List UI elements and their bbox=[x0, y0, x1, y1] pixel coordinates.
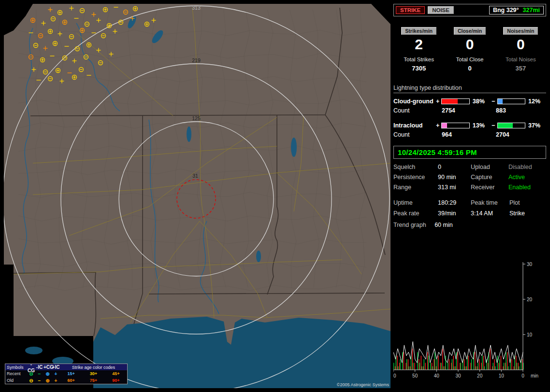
legend-age-values: 15+30+45+ bbox=[60, 371, 127, 376]
total-noises-value: 357 bbox=[495, 65, 546, 72]
x-tick-label: 50 bbox=[412, 373, 418, 378]
peak-time-value: 3:14 AM bbox=[471, 210, 509, 217]
map-legend: Symbols -CG -IC +CG +IC Strike age color… bbox=[5, 364, 128, 384]
trend-series bbox=[393, 342, 523, 370]
count-label: Count bbox=[393, 107, 442, 114]
x-tick-label: 60 bbox=[393, 373, 396, 378]
bearing-distance: 327mi bbox=[523, 7, 540, 14]
cloud-ground-row: Cloud-ground + 38% − 12% bbox=[393, 98, 546, 105]
gulf-of-mexico bbox=[93, 317, 391, 388]
capture-label: Capture bbox=[471, 174, 508, 181]
squelch-label: Squelch bbox=[393, 164, 438, 170]
x-tick-label: 40 bbox=[434, 373, 440, 378]
totals: Total Strikes 7305 Total Close 0 Total N… bbox=[393, 56, 546, 72]
x-axis-unit: min bbox=[531, 373, 538, 378]
ic-negative-count: 2704 bbox=[496, 131, 509, 138]
persistence-label: Persistence bbox=[393, 174, 438, 181]
legend-symbol-icon: ⊕ bbox=[43, 378, 52, 384]
x-tick-label: 20 bbox=[477, 373, 483, 378]
ic-negative-pct: 37% bbox=[526, 122, 546, 129]
total-close-label: Total Close bbox=[444, 56, 495, 62]
ic-negative-bar-fill bbox=[498, 123, 513, 128]
legend-symbol-icon: + bbox=[52, 371, 60, 377]
cg-negative-count: 883 bbox=[496, 107, 506, 114]
plus-sign: + bbox=[435, 98, 441, 105]
intracloud-counts: Count 964 2704 bbox=[393, 131, 546, 138]
rate-counters: Strikes/min 2 Close/min 0 Noises/min 0 bbox=[393, 27, 546, 53]
legend-symbol-icon: − bbox=[35, 378, 43, 384]
cg-negative-pct: 12% bbox=[526, 98, 546, 105]
noises-per-min-button[interactable]: Noises/min bbox=[503, 27, 538, 35]
bearing-value: Bng 329° bbox=[493, 7, 519, 14]
age-code: 45+ bbox=[112, 371, 119, 376]
total-noises: Total Noises 357 bbox=[495, 56, 546, 72]
status-panel: STRIKE NOISE Bng 329°327mi Strikes/min 2… bbox=[393, 4, 546, 388]
peak-time-label: Peak time bbox=[471, 199, 509, 206]
legend-age-header: Strike age color codes bbox=[60, 365, 127, 370]
ic-positive-bar-fill bbox=[442, 123, 447, 128]
legend-symbol-icon: ⊕ bbox=[43, 371, 52, 377]
total-close: Total Close 0 bbox=[444, 56, 495, 72]
trend-graph-row: Trend graph 60 min bbox=[393, 222, 546, 228]
legend-row-label: Old bbox=[5, 378, 27, 383]
persistence-value: 90 min bbox=[438, 174, 471, 181]
total-close-value: 0 bbox=[444, 65, 495, 72]
range-label: Range bbox=[393, 184, 438, 191]
stats-grid: Uptime 180:29 Peak time Plot Peak rate 3… bbox=[393, 199, 546, 217]
ic-positive-pct: 13% bbox=[471, 122, 491, 129]
intracloud-row: Intracloud + 13% − 37% bbox=[393, 122, 546, 129]
range-value: 313 mi bbox=[438, 184, 471, 191]
age-code: 75+ bbox=[90, 378, 97, 383]
range-ring-label: 31 bbox=[192, 173, 198, 179]
total-noises-label: Total Noises bbox=[495, 56, 546, 62]
legend-symbols-header: Symbols bbox=[5, 365, 27, 370]
cg-positive-pct: 38% bbox=[471, 98, 491, 105]
age-code: 15+ bbox=[68, 371, 75, 376]
cloud-ground-counts: Count 2754 883 bbox=[393, 107, 546, 114]
close-per-min-button[interactable]: Close/min bbox=[454, 27, 486, 35]
intracloud-label: Intracloud bbox=[393, 122, 435, 129]
strike-button[interactable]: STRIKE bbox=[396, 6, 425, 14]
map-panel: 31321912531 Symbols -CG -IC +CG +IC Stri… bbox=[4, 4, 391, 388]
legend-row-label: Recent bbox=[5, 371, 27, 376]
strikes-per-min-counter: Strikes/min 2 bbox=[393, 27, 444, 53]
range-ring-label: 125 bbox=[192, 115, 201, 121]
ic-negative-bar bbox=[497, 123, 525, 128]
receiver-status: Enabled bbox=[508, 184, 546, 191]
strikes-per-min-button[interactable]: Strikes/min bbox=[401, 27, 436, 35]
plot-value: Strike bbox=[509, 210, 546, 217]
noises-per-min-value: 0 bbox=[495, 36, 546, 53]
y-tick-label: 10 bbox=[527, 332, 533, 337]
close-per-min-counter: Close/min 0 bbox=[444, 27, 495, 53]
plus-sign: + bbox=[435, 122, 441, 129]
copyright-text: ©2005 Astrogenic Systems bbox=[337, 382, 389, 387]
distribution-title: Lightning type distribution bbox=[393, 84, 546, 93]
legend-symbol-icon: ⊖ bbox=[27, 378, 35, 384]
plot-label: Plot bbox=[509, 199, 546, 206]
squelch-value: 0 bbox=[438, 164, 471, 170]
minus-sign: − bbox=[491, 122, 496, 129]
trend-graph: 6050403020100min 302010 bbox=[393, 260, 546, 388]
y-axis-ticks: 302010 bbox=[523, 262, 533, 337]
legend-symbol-icon: ⊖ bbox=[27, 371, 35, 377]
receiver-label: Receiver bbox=[471, 184, 508, 191]
legend-row: Old⊖−⊕+60+75+90+ bbox=[5, 377, 127, 384]
bearing-display: Bng 329°327mi bbox=[489, 6, 544, 14]
ic-positive-count: 964 bbox=[442, 131, 496, 138]
noise-button[interactable]: NOISE bbox=[428, 6, 454, 14]
total-strikes: Total Strikes 7305 bbox=[393, 56, 444, 72]
x-axis-ticks: 6050403020100min bbox=[393, 370, 538, 378]
age-code: 90+ bbox=[112, 378, 119, 383]
x-tick-label: 30 bbox=[455, 373, 461, 378]
range-ring-label: 219 bbox=[192, 57, 201, 63]
cg-positive-bar-fill bbox=[442, 99, 457, 104]
legend-col-nic: -IC bbox=[35, 364, 43, 370]
cloud-ground-label: Cloud-ground bbox=[393, 98, 435, 105]
uptime-value: 180:29 bbox=[438, 199, 471, 206]
y-tick-label: 20 bbox=[527, 297, 533, 302]
total-strikes-value: 7305 bbox=[393, 65, 444, 72]
y-tick-label: 30 bbox=[527, 262, 533, 267]
peak-rate-value: 39/min bbox=[438, 210, 471, 217]
cg-positive-count: 2754 bbox=[442, 107, 496, 114]
legend-age-values: 60+75+90+ bbox=[60, 378, 127, 383]
